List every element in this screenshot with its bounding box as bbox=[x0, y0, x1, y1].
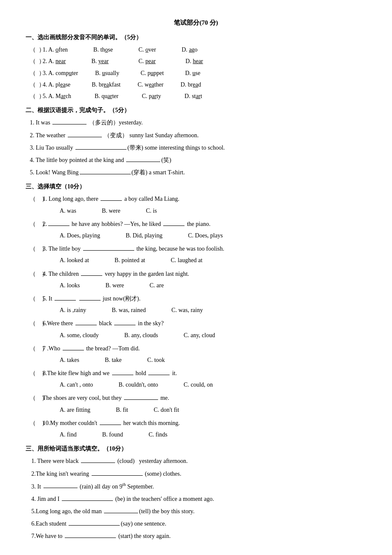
q2-line: （ ） 2. A. near B. year C. pear D. hear bbox=[26, 56, 366, 66]
s3-q2-text: 2. he have any hobbies? —Yes, he liked t… bbox=[43, 219, 210, 229]
s3-q7-a: A. takes bbox=[60, 355, 79, 365]
q4-c: C. weather bbox=[138, 79, 164, 90]
q2-c: C. pear bbox=[138, 56, 156, 66]
s4-q7-blank bbox=[65, 538, 116, 538]
s4-q1-blank bbox=[81, 462, 115, 463]
section4-title: 三、用所给词适当形式填空。（10分） bbox=[26, 443, 366, 454]
s2-q4: 4. The little boy pointed at the king an… bbox=[26, 155, 366, 165]
s3-q8-c: C. could, on bbox=[184, 379, 213, 390]
s3-q10-choices: A. find B. found C. finds bbox=[26, 429, 366, 440]
s4-q4-blank bbox=[62, 500, 113, 501]
s3-q9-bracket: （ ） bbox=[30, 393, 43, 403]
s3-q1-b: B. were bbox=[102, 205, 121, 216]
s3-q7-text: 7 .Who the bread? —Tom did. bbox=[43, 343, 140, 354]
q4-num: 4. A. please bbox=[43, 79, 70, 90]
s4-q2: 2.The king isn't wearing (some) clothes. bbox=[26, 468, 366, 479]
s3-q3-c: C. laughed at bbox=[171, 255, 202, 266]
s3-q3-a: A. looked at bbox=[60, 255, 89, 266]
s3-q4-a: A. looks bbox=[60, 280, 80, 291]
s3-q6-c: C. any, cloud bbox=[184, 330, 215, 341]
s3-q1-a: A. was bbox=[60, 205, 76, 216]
q4-line: （ ） 4. A. please B. breakfast C. weather… bbox=[26, 79, 366, 90]
q1-d: D. ago bbox=[182, 44, 197, 55]
s4-q3-blank bbox=[43, 488, 78, 488]
s2-q1: 1. It was （多云的）yesterday. bbox=[26, 117, 366, 128]
s3-q5-a: A. is ,rainy bbox=[60, 305, 86, 315]
section1-title: 一、选出画线部分发音不同的单词。（5分） bbox=[26, 32, 366, 43]
s3-q8-bracket: （ ） bbox=[30, 368, 43, 379]
s3-q5-b: B. was, rained bbox=[112, 305, 146, 315]
s3-q1-text: 1. Long long ago, there a boy called Ma … bbox=[43, 194, 179, 204]
s3-q7-c: C. took bbox=[147, 355, 165, 365]
s3-q10-text: 10.My mother couldn't her watch this mor… bbox=[43, 418, 180, 428]
q1-bracket: （ ） bbox=[30, 44, 43, 55]
q2-b: B. year bbox=[91, 56, 108, 66]
q4-d: D. bread bbox=[181, 79, 201, 90]
s3-q2-c: C. Does, plays bbox=[188, 230, 223, 241]
s3-q9-c: C. don't fit bbox=[154, 405, 179, 415]
s3-q4-line: （ ） 4. The children very happy in the ga… bbox=[26, 269, 366, 279]
s3-q9-text: The shoes are very cool, but they me. bbox=[43, 393, 169, 403]
s2-q5: 5. Look! Wang Bing(穿着) a smart T-shirt. bbox=[26, 167, 366, 178]
s4-q7: 7.We have to (start) the story again. bbox=[26, 531, 366, 541]
s3-q6-choices: A. some, cloudy B. any, clouds C. any, c… bbox=[26, 330, 366, 341]
s4-q6: 6.Each student (say) one sentence. bbox=[26, 518, 366, 529]
q1-b: B. those bbox=[93, 44, 113, 55]
s3-q5-bracket: （ ） bbox=[30, 293, 43, 304]
q5-b: B. quarter bbox=[95, 91, 118, 101]
s3-q1-c: C. is bbox=[146, 205, 157, 216]
s2-q4-blank bbox=[126, 162, 160, 162]
s3-q3-bracket: （ ） bbox=[30, 243, 43, 254]
s3-q8-choices: A. can't , onto B. couldn't, onto C. cou… bbox=[26, 379, 366, 390]
s2-q5-blank bbox=[80, 174, 131, 174]
s2-q3-blank bbox=[75, 149, 127, 150]
s3-q10-line: （ ） 10.My mother couldn't her watch this… bbox=[26, 418, 366, 428]
section2-title: 二、根据汉语提示，完成句子。（5分） bbox=[26, 105, 366, 116]
s2-q1-blank bbox=[52, 124, 86, 124]
s3-q8-line: （ ） 8.The kite flew high and we hold it. bbox=[26, 368, 366, 379]
s3-q1-choices: A. was B. were C. is bbox=[26, 205, 366, 216]
q1-c: C. over bbox=[138, 44, 156, 55]
s3-q5-c: C. was, rainy bbox=[171, 305, 203, 315]
q5-bracket: （ ） bbox=[30, 91, 43, 101]
q3-bracket: （ ） bbox=[30, 68, 43, 78]
s3-q10-bracket: （ ） bbox=[30, 418, 43, 428]
s3-q4-bracket: （ ） bbox=[30, 269, 43, 279]
s3-q9-b: B. fit bbox=[116, 405, 128, 415]
s3-q7-choices: A. takes B. take C. took bbox=[26, 355, 366, 365]
s3-q2-choices: A. Does, playing B. Did, playing C. Does… bbox=[26, 230, 366, 241]
s4-q5: 5.Long long ago, the old man (tell) the … bbox=[26, 506, 366, 517]
s4-q2-blank bbox=[92, 475, 143, 476]
q4-bracket: （ ） bbox=[30, 79, 43, 90]
s3-q5-text: 5. It just now(刚才). bbox=[43, 293, 141, 304]
q4-b: B. breakfast bbox=[92, 79, 121, 90]
s3-q6-b: B. any, clouds bbox=[124, 330, 158, 341]
s3-q6-line: （ ） 6.Were there black in the sky? bbox=[26, 318, 366, 329]
q1-line: （ ） 1. A. often B. those C. over D. ago bbox=[26, 44, 366, 55]
s3-q3-line: （ ） 3. The little boy the king, because … bbox=[26, 243, 366, 254]
s3-q1-line: （ ） 1. Long long ago, there a boy called… bbox=[26, 194, 366, 204]
s3-q5-line: （ ） 5. It just now(刚才). bbox=[26, 293, 366, 304]
s3-q9-line: （ ） The shoes are very cool, but they me… bbox=[26, 393, 366, 403]
s3-q7-line: （ ） 7 .Who the bread? —Tom did. bbox=[26, 343, 366, 354]
s3-q8-a: A. can't , onto bbox=[60, 379, 93, 390]
s3-q7-b: B. take bbox=[105, 355, 122, 365]
q2-num: 2. A. near bbox=[43, 56, 66, 66]
s4-q4: 4. Jim and I (be) in the teachers' offic… bbox=[26, 494, 366, 504]
s3-q9-choices: A. are fitting B. fit C. don't fit bbox=[26, 405, 366, 415]
q1-num: 1. A. often bbox=[43, 44, 68, 55]
s2-q3: 3. Liu Tao usually (带来) some interesting… bbox=[26, 142, 366, 153]
q3-b: B. usually bbox=[95, 68, 119, 78]
q5-num: 5. A. March bbox=[43, 91, 71, 101]
s3-q3-text: 3. The little boy the king, because he w… bbox=[43, 243, 224, 254]
s2-q2: 2. The weather （变成） sunny last Sunday af… bbox=[26, 130, 366, 141]
q5-line: （ ） 5. A. March B. quarter C. party D. s… bbox=[26, 91, 366, 101]
s3-q4-b: B. were bbox=[105, 280, 124, 291]
s3-q1-bracket: （ ） bbox=[30, 194, 43, 204]
s3-q10-b: B. found bbox=[102, 429, 123, 440]
q3-line: （ ） 3. A. computer B. usually C. puppet … bbox=[26, 68, 366, 78]
s3-q4-c: C. are bbox=[150, 280, 164, 291]
s3-q10-c: C. finds bbox=[149, 429, 167, 440]
s3-q6-bracket: （ ） bbox=[30, 318, 43, 329]
s3-q9-a: A. are fitting bbox=[60, 405, 90, 415]
